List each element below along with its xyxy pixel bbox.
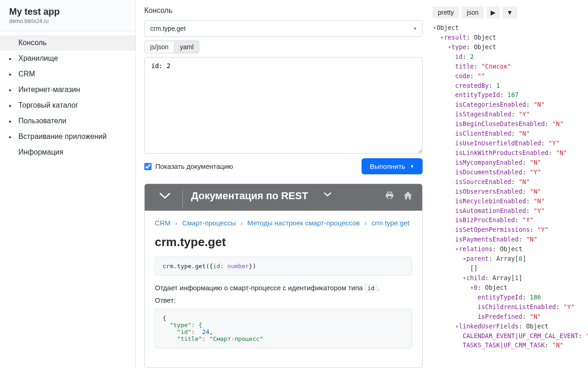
sidebar-item-3[interactable]: ▸Интернет-магазин (0, 82, 136, 98)
sidebar-item-label: Консоль (18, 39, 46, 47)
sidebar-nav: ▸Консоль▸Хранилище▸CRM▸Интернет-магазин▸… (0, 31, 136, 160)
doc-title: crm.type.get (155, 235, 412, 249)
caret-right-icon: ▸ (9, 134, 15, 140)
doc-header-title: Документация по REST (191, 190, 308, 201)
sidebar-item-label: Информация (18, 148, 63, 156)
caret-right-icon: ▸ (9, 103, 15, 109)
crumb-methods[interactable]: Методы настроек смарт-процессов (248, 219, 360, 227)
sidebar-item-label: Встраивание приложений (18, 132, 107, 141)
sidebar-item-label: Пользователи (18, 117, 66, 125)
view-pretty-button[interactable]: pretty (433, 6, 459, 18)
doc-response-sample: { "type": { "id": 24, "title": "Смарт-пр… (155, 309, 412, 348)
home-icon[interactable] (403, 190, 413, 202)
crumb-crm[interactable]: CRM (155, 219, 170, 227)
caret-right-icon: ▸ (9, 71, 15, 77)
center-pane: Консоль crm.type.get ▼ js/json yaml Пока… (136, 0, 429, 368)
doc-response-label: Ответ: (155, 296, 412, 304)
caret-down-icon: ▼ (410, 164, 414, 169)
request-body-input[interactable] (144, 57, 423, 154)
show-docs-checkbox[interactable]: Показать документацию (144, 162, 233, 170)
result-pane: pretty json ▶ ▼ ▾Object ▾result: Object … (429, 0, 588, 368)
main: Консоль crm.type.get ▼ js/json yaml Пока… (136, 0, 588, 368)
doc-toggle[interactable] (156, 190, 174, 201)
divider (182, 190, 183, 208)
run-button-label: Выполнить (370, 162, 405, 170)
sidebar-item-2[interactable]: ▸CRM (0, 66, 136, 82)
doc-header-icons (384, 190, 413, 202)
chevron-down-icon: ▼ (413, 26, 418, 31)
breadcrumb: CRM › Смарт-процессы › Методы настроек с… (155, 218, 412, 229)
run-row: Показать документацию Выполнить ▼ (144, 158, 423, 174)
format-tab-json[interactable]: js/json (144, 40, 175, 53)
sidebar-item-6[interactable]: ▸Встраивание приложений (0, 129, 136, 144)
sidebar-item-label: Интернет-магазин (18, 86, 80, 94)
caret-right-icon: ▸ (9, 87, 15, 93)
sidebar-item-5[interactable]: ▸Пользователи (0, 113, 136, 129)
view-json-button[interactable]: json (462, 6, 484, 18)
print-icon[interactable] (384, 190, 395, 202)
doc-panel: Документация по REST CRM › Сма (144, 184, 423, 368)
doc-description: Отдает информацию о смарт-процессе с иде… (155, 284, 412, 292)
doc-body: CRM › Смарт-процессы › Методы настроек с… (145, 211, 422, 364)
caret-right-icon: ▸ (9, 56, 15, 62)
result-tree[interactable]: ▾Object ▾result: Object ▾type: Object id… (433, 23, 584, 350)
sidebar-item-label: Торговый каталог (18, 101, 78, 109)
result-more-button[interactable]: ▼ (503, 6, 517, 18)
sidebar: My test app demo.bitrix24.ru ▸Консоль▸Хр… (0, 0, 136, 368)
page-title: Консоль (144, 6, 423, 15)
app-header: My test app demo.bitrix24.ru (0, 0, 136, 31)
format-tabs: js/json yaml (144, 40, 423, 53)
doc-section-toggle[interactable] (318, 190, 337, 199)
sidebar-item-0[interactable]: ▸Консоль (0, 35, 136, 51)
run-button[interactable]: Выполнить ▼ (362, 158, 423, 174)
doc-header: Документация по REST (145, 184, 422, 211)
sidebar-item-label: Хранилище (18, 54, 58, 63)
sidebar-item-4[interactable]: ▸Торговый каталог (0, 98, 136, 113)
crumb-method[interactable]: crm.type.get (372, 219, 410, 227)
show-docs-checkbox-input[interactable] (144, 163, 152, 170)
method-value: crm.type.get (150, 25, 186, 32)
sidebar-item-label: CRM (18, 70, 35, 78)
caret-right-icon: ▸ (9, 118, 15, 124)
result-tools: pretty json ▶ ▼ (433, 6, 584, 18)
result-run-button[interactable]: ▶ (486, 6, 500, 18)
doc-signature: crm.type.get({id: number}) (155, 257, 412, 276)
crumb-smart[interactable]: Смарт-процессы (182, 219, 236, 227)
show-docs-label: Показать документацию (155, 162, 233, 170)
method-select[interactable]: crm.type.get ▼ (144, 20, 423, 37)
app-title: My test app (9, 6, 126, 17)
sidebar-item-7[interactable]: ▸Информация (0, 144, 136, 160)
app-subtitle: demo.bitrix24.ru (9, 18, 126, 24)
sidebar-item-1[interactable]: ▸Хранилище (0, 51, 136, 66)
format-tab-yaml[interactable]: yaml (175, 40, 200, 53)
